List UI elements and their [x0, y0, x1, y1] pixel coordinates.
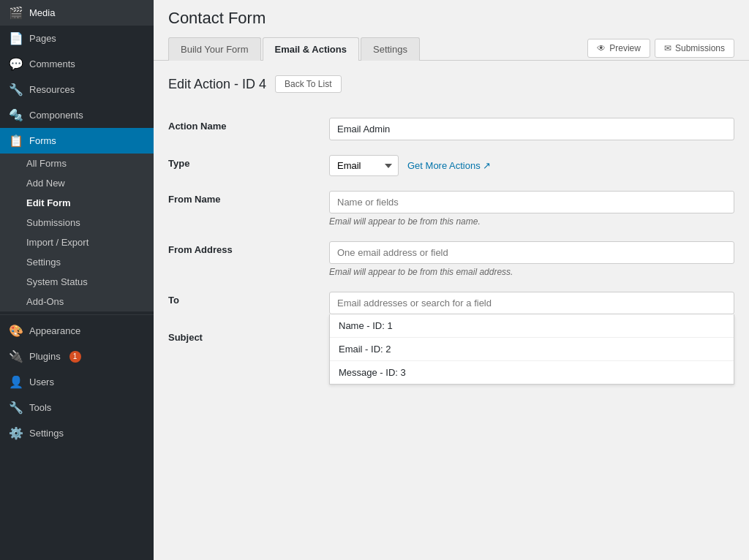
sidebar-item-import-export[interactable]: Import / Export [0, 232, 154, 252]
sidebar-item-settings[interactable]: Settings [0, 252, 154, 272]
dropdown-item-email-2[interactable]: Email - ID: 2 [330, 338, 734, 361]
to-dropdown-list: Name - ID: 1 Email - ID: 2 Message - ID:… [329, 314, 734, 385]
sidebar-item-pages[interactable]: 📄 Pages [0, 26, 154, 51]
sidebar-item-forms[interactable]: 📋 Forms [0, 128, 154, 154]
to-field-wrapper: Name - ID: 1 Email - ID: 2 Message - ID:… [329, 292, 734, 314]
sidebar-item-settings-bottom[interactable]: ⚙️ Settings [0, 420, 154, 446]
from-address-hint: Email will appear to be from this email … [329, 267, 734, 277]
dropdown-item-name-1[interactable]: Name - ID: 1 [330, 314, 734, 338]
sidebar-item-label: Tools [29, 402, 51, 413]
forms-icon: 📋 [9, 134, 23, 148]
preview-label: Preview [609, 43, 641, 53]
sidebar-item-add-ons[interactable]: Add-Ons [0, 292, 154, 311]
sidebar-item-media[interactable]: 🎬 Media [0, 0, 154, 26]
external-link-icon: ↗ [483, 160, 491, 171]
type-label: Type [168, 158, 189, 169]
resources-icon: 🔧 [9, 83, 23, 97]
plugins-icon: 🔌 [9, 349, 23, 363]
form-area: Edit Action - ID 4 Back To List Action N… [154, 61, 749, 390]
from-name-input[interactable] [329, 191, 734, 213]
get-more-actions-link[interactable]: Get More Actions ↗ [407, 160, 491, 171]
from-address-input[interactable] [329, 241, 734, 264]
sidebar-item-label: Appearance [29, 325, 80, 336]
tab-email-actions[interactable]: Email & Actions [263, 37, 359, 61]
subject-label: Subject [168, 332, 203, 343]
users-icon: 👤 [9, 375, 23, 389]
type-row: Type Email Slack Webhook Get More Action… [168, 148, 734, 183]
main-content: Contact Form Build Your Form Email & Act… [154, 0, 749, 560]
get-more-actions-label: Get More Actions [407, 160, 481, 171]
sidebar-item-label: Resources [29, 84, 75, 95]
action-name-input[interactable] [329, 118, 734, 140]
sidebar-item-comments[interactable]: 💬 Comments [0, 51, 154, 77]
type-field-wrapper: Email Slack Webhook Get More Actions ↗ [329, 155, 734, 176]
from-name-row: From Name Email will appear to be from t… [168, 183, 734, 234]
sidebar-item-label: Forms [29, 135, 56, 146]
sidebar-item-edit-form[interactable]: Edit Form [0, 193, 154, 213]
preview-button[interactable]: 👁 Preview [587, 39, 650, 58]
action-name-label: Action Name [168, 121, 226, 132]
sidebar-item-label: Pages [29, 33, 56, 44]
to-label: To [168, 295, 179, 306]
appearance-icon: 🎨 [9, 324, 23, 338]
components-icon: 🔩 [9, 108, 23, 122]
sidebar-item-plugins[interactable]: 🔌 Plugins 1 [0, 344, 154, 369]
sidebar-item-label: Settings [29, 428, 64, 439]
from-name-hint: Email will appear to be from this name. [329, 216, 734, 227]
submissions-label: Submissions [675, 43, 725, 53]
sidebar-item-label: Plugins [29, 351, 61, 362]
tools-icon: 🔧 [9, 401, 23, 415]
from-address-label: From Address [168, 244, 233, 255]
sidebar-item-label: Users [29, 377, 54, 387]
page-header: Contact Form [154, 0, 749, 28]
to-input[interactable] [329, 292, 734, 314]
comments-icon: 💬 [9, 57, 23, 71]
to-row: To Name - ID: 1 Email - ID: 2 Message - … [168, 284, 734, 322]
edit-action-header: Edit Action - ID 4 Back To List [168, 75, 734, 93]
sidebar-item-resources[interactable]: 🔧 Resources [0, 77, 154, 102]
tab-build-your-form[interactable]: Build Your Form [168, 37, 261, 61]
form-table: Action Name Type Email [168, 110, 734, 375]
forms-submenu: All Forms Add New Edit Form Submissions … [0, 154, 154, 311]
tab-settings[interactable]: Settings [361, 37, 420, 61]
plugins-badge: 1 [69, 351, 81, 363]
type-select[interactable]: Email Slack Webhook [329, 155, 399, 176]
submissions-button[interactable]: ✉ Submissions [655, 39, 734, 58]
action-name-row: Action Name [168, 110, 734, 148]
sidebar-item-all-forms[interactable]: All Forms [0, 154, 154, 173]
pages-icon: 📄 [9, 31, 23, 45]
page-title: Contact Form [168, 9, 734, 28]
sidebar-item-system-status[interactable]: System Status [0, 272, 154, 292]
sidebar-item-tools[interactable]: 🔧 Tools [0, 395, 154, 420]
sidebar-item-label: Comments [29, 58, 75, 69]
sidebar-item-add-new[interactable]: Add New [0, 173, 154, 193]
dropdown-item-message-3[interactable]: Message - ID: 3 [330, 361, 734, 384]
sidebar-item-components[interactable]: 🔩 Components [0, 102, 154, 128]
from-name-label: From Name [168, 194, 221, 205]
tab-actions: 👁 Preview ✉ Submissions [587, 39, 734, 58]
preview-icon: 👁 [597, 43, 606, 53]
sidebar-item-submissions[interactable]: Submissions [0, 213, 154, 232]
sidebar-item-label: Components [29, 110, 83, 121]
tabs-bar: Build Your Form Email & Actions Settings… [154, 37, 749, 61]
sidebar-divider-1 [0, 314, 154, 315]
back-to-list-button[interactable]: Back To List [275, 75, 341, 93]
settings-bottom-icon: ⚙️ [9, 426, 23, 440]
sidebar-item-users[interactable]: 👤 Users [0, 369, 154, 395]
sidebar-item-label: Media [29, 7, 55, 18]
media-icon: 🎬 [9, 6, 23, 20]
sidebar: 🎬 Media 📄 Pages 💬 Comments 🔧 Resources 🔩… [0, 0, 154, 560]
submissions-icon: ✉ [664, 43, 671, 53]
from-address-row: From Address Email will appear to be fro… [168, 234, 734, 284]
edit-action-title: Edit Action - ID 4 [168, 77, 266, 92]
sidebar-item-appearance[interactable]: 🎨 Appearance [0, 318, 154, 344]
